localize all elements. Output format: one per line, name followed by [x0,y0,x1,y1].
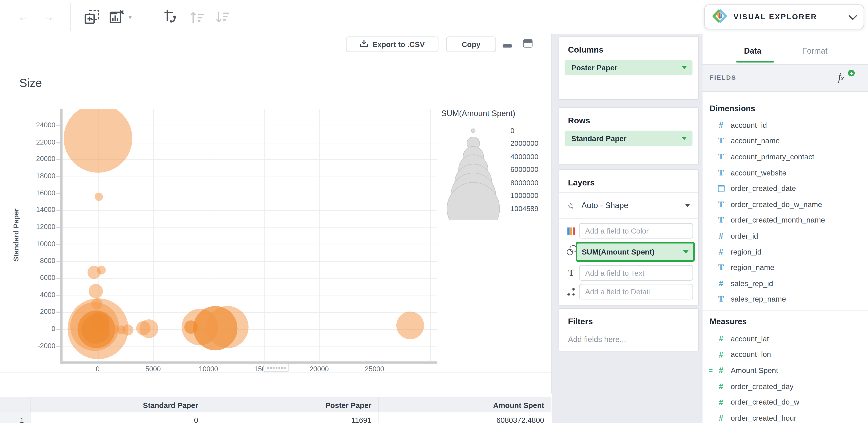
text-icon: T [716,263,725,272]
export-csv-button[interactable]: Export to .CSV [346,36,438,52]
data-bubble[interactable] [206,306,248,348]
y-tick-mark [56,193,60,194]
field-label: region_id [731,248,762,256]
gridline-horizontal [63,176,437,177]
forward-arrow-icon[interactable]: → [42,8,55,27]
data-bubble[interactable] [122,324,133,335]
filters-header: Filters [568,317,698,326]
y-tick-mark [56,227,60,228]
y-tick-label: 4000 [17,291,55,299]
detail-layer-row: Add a field to Detail [559,284,698,299]
y-tick-mark [56,159,60,160]
field-item-order-created-month-name[interactable]: Torder_created_month_name [703,213,868,228]
data-bubble[interactable] [88,284,103,298]
sort-descending-icon[interactable] [214,8,231,27]
gridline-horizontal [63,295,437,296]
remove-chart-icon[interactable] [108,8,125,27]
text-icon: T [716,153,725,161]
hash-icon: # [716,248,725,256]
field-label: account_website [731,168,786,177]
scatter-plot-area[interactable] [63,109,437,361]
gridline-horizontal [63,210,437,211]
detail-field-input[interactable]: Add a field to Detail [579,284,693,299]
tab-data[interactable]: Data [744,46,762,55]
field-item-account-website[interactable]: Taccount_website [703,165,868,181]
columns-header: Columns [568,45,698,54]
visual-explorer-logo-icon [712,9,727,25]
field-item-region-name[interactable]: Tregion_name [703,260,868,276]
field-label: account_lat [731,335,769,343]
field-item-order-created-hour[interactable]: #order_created_hour [703,410,868,423]
collapse-panel-icon[interactable] [503,39,512,47]
field-item-order-created-day[interactable]: #order_created_day [703,379,868,394]
expand-panel-icon[interactable] [523,39,532,47]
export-csv-label: Export to .CSV [372,40,425,48]
column-header[interactable]: Standard Paper [31,397,206,413]
copy-button[interactable]: Copy [446,36,496,52]
hash-icon: # [716,382,725,391]
hash-icon: # [716,398,725,407]
field-item-account-primary-contact[interactable]: Taccount_primary_contact [703,149,868,165]
text-field-input[interactable]: Add a field to Text [579,265,693,281]
field-item-account-name[interactable]: Taccount_name [703,133,868,149]
field-item-order-created-do-w-name[interactable]: Torder_created_do_w_name [703,196,868,213]
hash-icon: # [716,350,725,359]
data-bubble[interactable] [89,312,109,332]
filters-shelf[interactable]: Filters Add fields here... [559,308,699,352]
field-label: order_created_date [731,184,796,193]
data-bubble[interactable] [97,265,105,274]
sort-ascending-icon[interactable] [188,8,206,27]
download-icon [360,39,368,49]
field-item-sales-rep-name[interactable]: Tsales_rep_name [703,291,868,307]
add-calculated-field-icon[interactable]: fx+ [838,71,852,85]
y-tick-mark [56,176,60,177]
field-item-amount-spent[interactable]: =#Amount Spent [703,363,868,379]
shape-field-pill-selected[interactable]: SUM(Amount Spent) [576,242,694,262]
x-axis-line [60,361,437,363]
field-item-sales-rep-id[interactable]: #sales_rep_id [703,275,868,291]
data-bubble[interactable] [95,192,103,201]
color-field-input[interactable]: Add a field to Color [579,223,693,238]
field-item-order-created-do-w[interactable]: #order_created_do_w [703,394,868,410]
y-tick-mark [56,346,60,347]
rows-shelf: Rows Standard Paper [559,107,699,165]
rows-field-pill[interactable]: Standard Paper [565,131,692,146]
data-bubble[interactable] [139,319,158,338]
columns-field-label: Poster Paper [571,63,617,72]
gridline-vertical [319,109,320,361]
gridline-vertical [430,109,431,361]
field-item-region-id[interactable]: #region_id [703,244,868,260]
field-item-account-lon[interactable]: #account_lon [703,347,868,363]
field-label: order_created_do_w [731,398,799,406]
field-label: region_name [731,263,774,272]
columns-field-pill[interactable]: Poster Paper [565,60,692,75]
gridline-vertical [264,109,264,361]
column-header[interactable]: Poster Paper [206,397,379,413]
legend-value-label: 2000000 [510,139,538,148]
text-icon: T [716,216,725,224]
layer-mode-dropdown[interactable]: ☆ Auto - Shape [559,192,698,219]
legend-value-label: 1000000 [510,191,538,199]
row-number-header[interactable] [0,397,31,413]
add-chart-icon[interactable] [83,8,101,27]
y-tick-label: 0 [17,325,55,333]
chevron-down-icon[interactable]: ▼ [126,8,134,27]
text-icon: T [716,200,725,208]
column-header[interactable]: Amount Spent [379,397,551,413]
field-item-order-id[interactable]: #order_id [703,228,868,244]
columns-shelf: Columns Poster Paper [559,36,699,100]
resize-drag-handle[interactable] [264,364,289,372]
back-arrow-icon[interactable]: ← [17,8,30,27]
swap-axes-icon[interactable] [162,8,180,27]
field-item-order-created-date[interactable]: order_created_date [703,181,868,196]
data-bubble[interactable] [396,312,424,339]
table-row[interactable]: 10116916080372.4800 [0,413,551,423]
data-bubble[interactable] [63,109,132,172]
visual-explorer-menu-button[interactable]: VISUAL EXPLORER [704,4,864,29]
field-item-account-lat[interactable]: #account_lat [703,331,868,347]
field-item-account-id[interactable]: #account_id [703,118,868,133]
field-label: order_created_month_name [731,216,825,224]
tab-format[interactable]: Format [802,46,828,55]
legend-value-label: 1004589 [510,204,538,213]
active-tab-underline [736,61,774,63]
